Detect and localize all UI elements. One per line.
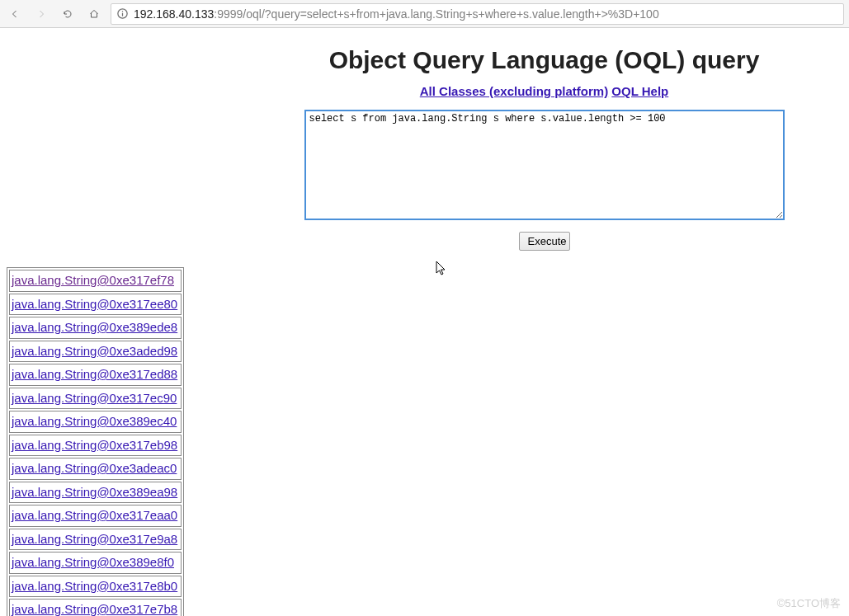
table-row: java.lang.String@0xe317ee80 bbox=[9, 294, 182, 316]
results-table: java.lang.String@0xe317ef78java.lang.Str… bbox=[7, 267, 184, 616]
arrow-right-icon bbox=[36, 7, 46, 21]
table-row: java.lang.String@0xe389ea98 bbox=[9, 482, 182, 504]
result-link[interactable]: java.lang.String@0xe389ec40 bbox=[12, 414, 177, 428]
result-link[interactable]: java.lang.String@0xe317ef78 bbox=[12, 273, 174, 287]
result-link[interactable]: java.lang.String@0xe317eb98 bbox=[12, 438, 177, 452]
table-cell: java.lang.String@0xe317ed88 bbox=[9, 364, 182, 386]
table-row: java.lang.String@0xe389e8f0 bbox=[9, 552, 182, 574]
table-cell: java.lang.String@0xe317eaa0 bbox=[9, 505, 182, 527]
header-links: All Classes (excluding platform) OQL Hel… bbox=[248, 84, 841, 98]
svg-point-1 bbox=[122, 11, 124, 12]
table-row: java.lang.String@0xe3aded98 bbox=[9, 341, 182, 363]
table-row: java.lang.String@0xe317ec90 bbox=[9, 388, 182, 410]
result-link[interactable]: java.lang.String@0xe317ec90 bbox=[12, 391, 177, 405]
result-link[interactable]: java.lang.String@0xe389ea98 bbox=[12, 485, 177, 499]
query-area bbox=[7, 110, 841, 220]
browser-toolbar: 192.168.40.133:9999/oql/?query=select+s+… bbox=[0, 0, 849, 28]
table-cell: java.lang.String@0xe389ede8 bbox=[9, 317, 182, 339]
table-cell: java.lang.String@0xe317ef78 bbox=[9, 270, 182, 292]
result-link[interactable]: java.lang.String@0xe317ed88 bbox=[12, 367, 177, 381]
url-text: 192.168.40.133:9999/oql/?query=select+s+… bbox=[134, 7, 659, 21]
result-link[interactable]: java.lang.String@0xe389ede8 bbox=[12, 320, 177, 334]
result-link[interactable]: java.lang.String@0xe317ee80 bbox=[12, 297, 177, 311]
result-link[interactable]: java.lang.String@0xe317e7b8 bbox=[12, 602, 177, 616]
result-link[interactable]: java.lang.String@0xe317e8b0 bbox=[12, 579, 177, 593]
result-link[interactable]: java.lang.String@0xe389e8f0 bbox=[12, 555, 174, 569]
table-row: java.lang.String@0xe317ef78 bbox=[9, 270, 182, 292]
page-title: Object Query Language (OQL) query bbox=[248, 46, 841, 74]
results-wrap: java.lang.String@0xe317ef78java.lang.Str… bbox=[7, 267, 841, 616]
table-cell: java.lang.String@0xe317e7b8 bbox=[9, 599, 182, 616]
svg-rect-2 bbox=[122, 13, 123, 16]
table-row: java.lang.String@0xe389ede8 bbox=[9, 317, 182, 339]
table-cell: java.lang.String@0xe317e8b0 bbox=[9, 576, 182, 598]
table-row: java.lang.String@0xe317eb98 bbox=[9, 435, 182, 457]
oql-header: Object Query Language (OQL) query All Cl… bbox=[7, 46, 841, 98]
url-bar[interactable]: 192.168.40.133:9999/oql/?query=select+s+… bbox=[111, 3, 844, 25]
table-cell: java.lang.String@0xe3aded98 bbox=[9, 341, 182, 363]
query-textarea[interactable] bbox=[304, 110, 785, 220]
result-link[interactable]: java.lang.String@0xe317e9a8 bbox=[12, 532, 177, 546]
table-cell: java.lang.String@0xe389ec40 bbox=[9, 411, 182, 433]
execute-row: Execute bbox=[248, 232, 841, 251]
result-link[interactable]: java.lang.String@0xe3aded98 bbox=[12, 344, 177, 358]
table-cell: java.lang.String@0xe317e9a8 bbox=[9, 529, 182, 551]
all-classes-link[interactable]: All Classes (excluding platform) bbox=[420, 84, 608, 98]
table-row: java.lang.String@0xe317ed88 bbox=[9, 364, 182, 386]
table-cell: java.lang.String@0xe317eb98 bbox=[9, 435, 182, 457]
home-icon bbox=[89, 7, 99, 21]
site-info-icon[interactable] bbox=[116, 7, 129, 20]
table-row: java.lang.String@0xe317eaa0 bbox=[9, 505, 182, 527]
page-content: Object Query Language (OQL) query All Cl… bbox=[0, 28, 849, 616]
table-cell: java.lang.String@0xe389ea98 bbox=[9, 482, 182, 504]
back-button[interactable] bbox=[5, 4, 25, 24]
result-link[interactable]: java.lang.String@0xe3adeac0 bbox=[12, 461, 177, 475]
execute-button[interactable]: Execute bbox=[519, 232, 570, 251]
table-row: java.lang.String@0xe317e8b0 bbox=[9, 576, 182, 598]
reload-icon bbox=[63, 7, 73, 21]
table-cell: java.lang.String@0xe389e8f0 bbox=[9, 552, 182, 574]
table-row: java.lang.String@0xe3adeac0 bbox=[9, 458, 182, 480]
table-row: java.lang.String@0xe389ec40 bbox=[9, 411, 182, 433]
home-button[interactable] bbox=[84, 4, 104, 24]
table-cell: java.lang.String@0xe3adeac0 bbox=[9, 458, 182, 480]
table-row: java.lang.String@0xe317e7b8 bbox=[9, 599, 182, 616]
table-cell: java.lang.String@0xe317ee80 bbox=[9, 294, 182, 316]
forward-button[interactable] bbox=[31, 4, 51, 24]
oql-help-link[interactable]: OQL Help bbox=[611, 84, 668, 98]
table-row: java.lang.String@0xe317e9a8 bbox=[9, 529, 182, 551]
arrow-left-icon bbox=[10, 7, 20, 21]
result-link[interactable]: java.lang.String@0xe317eaa0 bbox=[12, 508, 177, 522]
table-cell: java.lang.String@0xe317ec90 bbox=[9, 388, 182, 410]
reload-button[interactable] bbox=[58, 4, 78, 24]
